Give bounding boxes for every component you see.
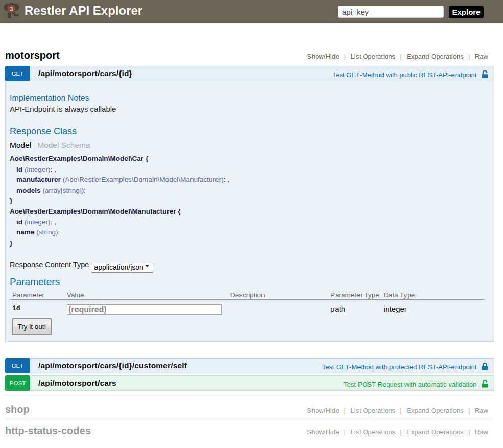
svg-text:3: 3 <box>10 5 13 13</box>
